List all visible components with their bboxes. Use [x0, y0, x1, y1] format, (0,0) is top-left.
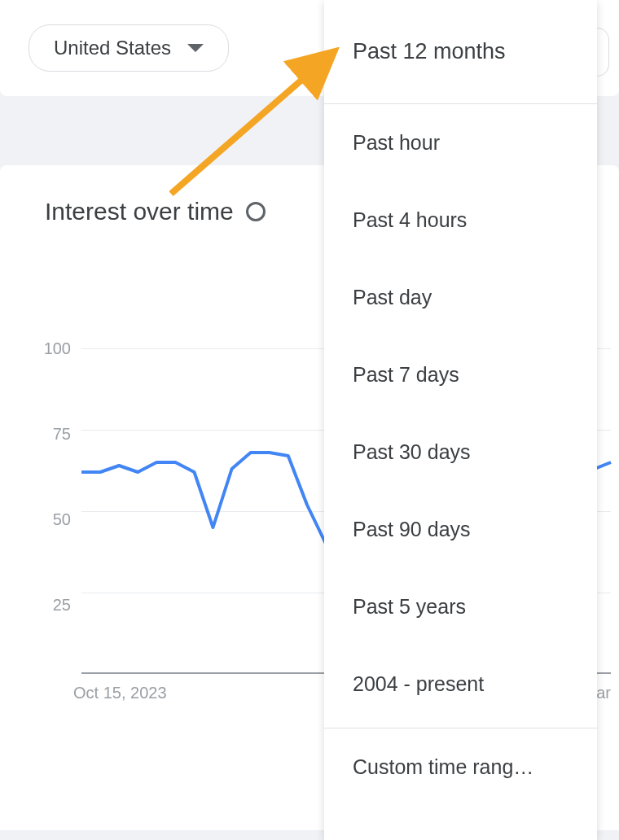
- time-option-past-90-days[interactable]: Past 90 days: [324, 491, 597, 568]
- time-option-past-7-days[interactable]: Past 7 days: [324, 336, 597, 413]
- y-axis: 100 75 50 25: [37, 348, 77, 690]
- x-axis-start-label: Oct 15, 2023: [73, 684, 167, 702]
- time-range-selected[interactable]: Past 12 months: [324, 0, 597, 104]
- time-option-past-day[interactable]: Past day: [324, 259, 597, 336]
- y-tick-100: 100: [44, 339, 71, 358]
- y-tick-25: 25: [53, 596, 71, 615]
- time-option-past-30-days[interactable]: Past 30 days: [324, 413, 597, 491]
- geo-dropdown-label: United States: [54, 37, 171, 59]
- time-option-custom[interactable]: Custom time rang…: [324, 728, 597, 806]
- time-option-past-4-hours[interactable]: Past 4 hours: [324, 182, 597, 259]
- time-option-past-hour[interactable]: Past hour: [324, 104, 597, 182]
- x-axis-end-label-fragment: ar: [596, 684, 611, 702]
- y-tick-50: 50: [53, 510, 71, 529]
- time-dropdown-outline: [597, 28, 609, 77]
- time-option-2004-present[interactable]: 2004 - present: [324, 645, 597, 723]
- chevron-down-icon: [187, 44, 204, 52]
- y-tick-75: 75: [53, 425, 71, 444]
- chart-title: Interest over time: [45, 198, 234, 225]
- help-icon[interactable]: [246, 202, 266, 221]
- time-range-dropdown-menu: Past 12 months Past hour Past 4 hours Pa…: [324, 0, 597, 840]
- time-option-past-5-years[interactable]: Past 5 years: [324, 568, 597, 645]
- geo-dropdown[interactable]: United States: [29, 24, 229, 72]
